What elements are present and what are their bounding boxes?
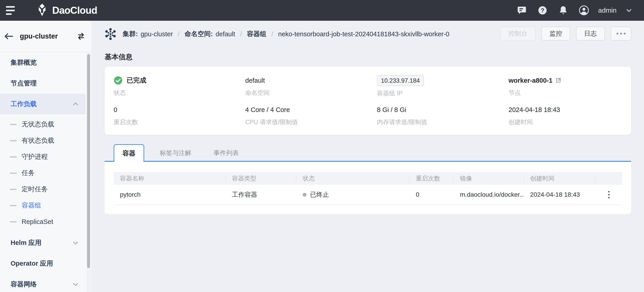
node-label: 节点 bbox=[508, 89, 631, 97]
logs-button[interactable]: 日志 bbox=[576, 27, 605, 41]
tab-events[interactable]: 事件列表 bbox=[214, 144, 239, 162]
back-arrow-icon[interactable] bbox=[4, 33, 14, 40]
page-actions: 控制台 监控 日志 bbox=[500, 27, 632, 41]
sidebar-item-operator-apps[interactable]: Operator 应用 bbox=[0, 253, 86, 274]
cpu-value: 4 Core / 4 Core bbox=[245, 104, 368, 115]
sidebar-item-daemonsets[interactable]: 守护进程 bbox=[0, 149, 86, 165]
sidebar-item-deployments[interactable]: 无状态负载 bbox=[0, 116, 86, 132]
restarts-value: 0 bbox=[114, 104, 236, 115]
cell-restarts: 0 bbox=[410, 191, 454, 198]
sidebar-item-pods[interactable]: 容器组 bbox=[0, 197, 86, 214]
field-namespace: default 命名空间 bbox=[236, 75, 368, 104]
tab-containers[interactable]: 容器 bbox=[114, 144, 144, 162]
sidebar-menu: 集群概览 节点管理 工作负载 无状态负载 有状态负载 守护进程 任务 定时任务 … bbox=[0, 52, 91, 292]
pod-ip-label: 容器组 IP bbox=[377, 89, 500, 97]
sidebar-item-cronjobs[interactable]: 定时任务 bbox=[0, 181, 86, 197]
field-restarts: 0 重启次数 bbox=[105, 104, 236, 134]
chevron-down-icon bbox=[72, 281, 79, 288]
sidebar-item-cluster-overview[interactable]: 集群概览 bbox=[0, 52, 86, 73]
sidebar-item-node-management[interactable]: 节点管理 bbox=[0, 73, 86, 94]
kebab-menu-icon[interactable] bbox=[607, 190, 611, 200]
cpu-label: CPU 请求值/限制值 bbox=[245, 118, 368, 126]
status-label: 状态 bbox=[114, 89, 236, 97]
header-created: 创建时间 bbox=[524, 174, 596, 183]
containers-panel: 容器名称 容器类型 状态 重启次数 镜像 创建时间 pytorch 工作容器 已… bbox=[105, 162, 631, 214]
main-content: 集群: gpu-cluster / 命名空间: default / 容器组 / … bbox=[91, 21, 644, 292]
field-cpu: 4 Core / 4 Core CPU 请求值/限制值 bbox=[236, 104, 368, 134]
topbar-actions: ? admin bbox=[517, 5, 634, 16]
header-image: 镜像 bbox=[454, 174, 524, 183]
tab-labels-annotations[interactable]: 标签与注解 bbox=[160, 144, 191, 162]
dash-icon bbox=[10, 156, 17, 158]
created-value: 2024-04-18 18:43 bbox=[508, 104, 631, 115]
sidebar-item-statefulsets[interactable]: 有状态负载 bbox=[0, 132, 86, 149]
header-container-name: 容器名称 bbox=[114, 174, 226, 183]
monitor-button[interactable]: 监控 bbox=[542, 27, 570, 41]
avatar[interactable] bbox=[579, 5, 589, 16]
sidebar-scrollbar-thumb[interactable] bbox=[87, 54, 90, 268]
breadcrumb-namespace-label: 命名空间: bbox=[184, 30, 213, 39]
help-icon[interactable]: ? bbox=[537, 5, 548, 16]
cluster-name: gpu-cluster bbox=[20, 32, 58, 40]
header-status: 状态 bbox=[296, 174, 410, 183]
breadcrumb-cluster-value[interactable]: gpu-cluster bbox=[141, 30, 173, 38]
topbar: DaoCloud ? admin bbox=[0, 0, 644, 21]
namespace-label: 命名空间 bbox=[245, 89, 368, 97]
switch-cluster-icon[interactable] bbox=[77, 32, 85, 41]
sidebar-item-replicaset[interactable]: ReplicaSet bbox=[0, 214, 86, 230]
dash-icon bbox=[10, 124, 17, 125]
memory-label: 内存请求值/限制值 bbox=[377, 118, 500, 126]
user-name[interactable]: admin bbox=[598, 7, 616, 14]
sidebar-item-helm-apps[interactable]: Helm 应用 bbox=[0, 232, 86, 253]
field-node: worker-a800-1 节点 bbox=[500, 75, 631, 104]
header-restarts: 重启次数 bbox=[410, 174, 454, 183]
breadcrumb-separator: / bbox=[178, 30, 180, 38]
dash-icon bbox=[10, 140, 17, 141]
brand-name: DaoCloud bbox=[52, 5, 97, 16]
bell-icon[interactable] bbox=[558, 5, 568, 16]
ellipsis-icon bbox=[620, 33, 622, 35]
field-memory: 8 Gi / 8 Gi 内存请求值/限制值 bbox=[368, 104, 500, 134]
dash-icon bbox=[10, 189, 17, 190]
hamburger-icon[interactable] bbox=[6, 6, 16, 15]
field-status: 已完成 状态 bbox=[105, 75, 236, 104]
breadcrumb-separator: / bbox=[271, 30, 273, 38]
status-value: 已完成 bbox=[127, 76, 146, 85]
dash-icon bbox=[10, 221, 17, 222]
dash-icon bbox=[10, 205, 17, 206]
breadcrumb-cluster-label: 集群: bbox=[123, 30, 138, 39]
sidebar-header: gpu-cluster bbox=[0, 21, 91, 52]
containers-table: 容器名称 容器类型 状态 重启次数 镜像 创建时间 pytorch 工作容器 已… bbox=[114, 172, 622, 205]
table-row: pytorch 工作容器 已终止 0 m.daocloud.io/docker.… bbox=[114, 185, 622, 205]
status-dot-icon bbox=[303, 193, 306, 197]
console-button[interactable]: 控制台 bbox=[500, 27, 536, 41]
basic-info-card: 已完成 状态 default 命名空间 10.233.97.184 容器组 IP… bbox=[105, 67, 631, 135]
memory-value: 8 Gi / 8 Gi bbox=[377, 104, 500, 115]
cell-container-type: 工作容器 bbox=[226, 190, 296, 199]
field-created: 2024-04-18 18:43 创建时间 bbox=[500, 104, 631, 134]
breadcrumb-pods-label[interactable]: 容器组 bbox=[247, 30, 266, 39]
external-link-icon bbox=[555, 77, 562, 84]
chat-icon[interactable] bbox=[517, 5, 527, 16]
chevron-up-icon bbox=[72, 101, 79, 107]
ellipsis-icon bbox=[624, 33, 626, 35]
namespace-value: default bbox=[245, 75, 368, 86]
restarts-label: 重启次数 bbox=[114, 118, 236, 126]
daocloud-logo-icon bbox=[36, 3, 48, 17]
header-container-type: 容器类型 bbox=[226, 174, 296, 183]
brand[interactable]: DaoCloud bbox=[36, 3, 97, 17]
sidebar-item-jobs[interactable]: 任务 bbox=[0, 165, 86, 181]
sidebar-item-workloads[interactable]: 工作负载 bbox=[0, 94, 86, 114]
node-value: worker-a800-1 bbox=[508, 77, 552, 84]
breadcrumb-namespace-value[interactable]: default bbox=[216, 30, 235, 38]
chevron-down-icon bbox=[72, 239, 79, 246]
chevron-down-icon[interactable] bbox=[624, 5, 634, 16]
sidebar-item-container-network[interactable]: 容器网络 bbox=[0, 274, 86, 292]
cell-created: 2024-04-18 18:43 bbox=[524, 191, 596, 198]
svg-text:?: ? bbox=[541, 7, 544, 14]
created-label: 创建时间 bbox=[508, 118, 631, 126]
cell-container-name: pytorch bbox=[114, 191, 226, 198]
more-actions-button[interactable] bbox=[611, 27, 632, 41]
breadcrumb: 集群: gpu-cluster / 命名空间: default / 容器组 / … bbox=[104, 27, 449, 41]
node-link[interactable]: worker-a800-1 bbox=[508, 75, 631, 86]
